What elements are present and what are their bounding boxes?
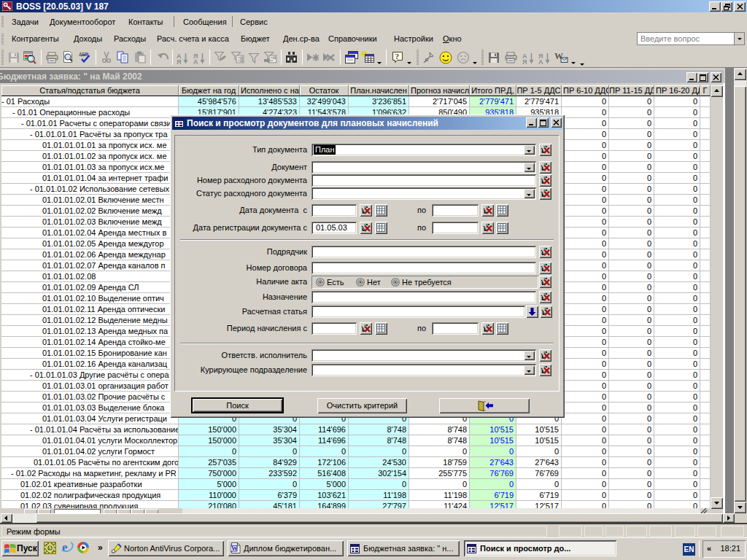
svg-text:Я: Я [177, 58, 181, 64]
svg-text:?: ? [395, 52, 400, 61]
svg-text:e: e [62, 541, 68, 554]
svg-text:Я: Я [522, 58, 527, 64]
svg-text:А: А [538, 58, 543, 64]
svg-text:W: W [231, 545, 238, 552]
svg-text:А: А [193, 58, 198, 64]
